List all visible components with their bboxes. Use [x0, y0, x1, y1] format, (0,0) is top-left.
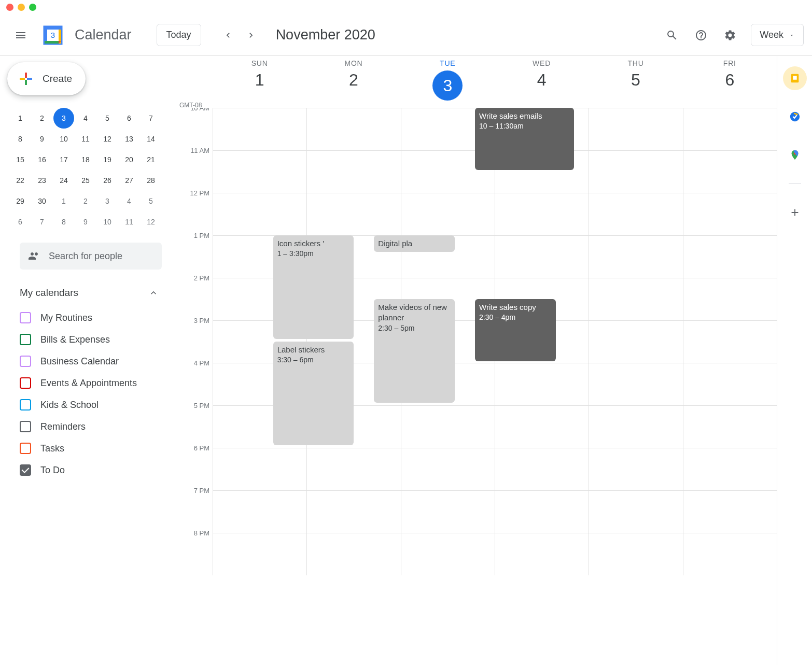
time-slot[interactable] [683, 236, 777, 278]
time-slot[interactable] [589, 321, 682, 363]
time-slot[interactable] [401, 448, 495, 490]
time-slot[interactable] [589, 491, 682, 533]
mini-calendar-day[interactable]: 17 [53, 149, 74, 170]
time-slot[interactable] [683, 321, 777, 363]
day-header[interactable]: SUN1 [213, 56, 306, 108]
day-header[interactable]: THU5 [589, 56, 682, 108]
time-slot[interactable] [589, 448, 682, 490]
mini-calendar-day[interactable]: 12 [97, 129, 118, 149]
calendar-checkbox[interactable] [20, 312, 31, 323]
time-slot[interactable] [589, 193, 682, 235]
settings-button[interactable] [718, 23, 743, 48]
mini-calendar-day[interactable]: 5 [97, 108, 118, 129]
mini-calendar-day[interactable]: 30 [32, 191, 52, 211]
calendar-event[interactable]: Make videos of new planner2:30 – 5pm [374, 299, 455, 403]
main-menu-button[interactable] [8, 23, 33, 48]
mini-calendar-day[interactable]: 10 [53, 129, 74, 149]
mini-calendar-day[interactable]: 12 [141, 211, 161, 232]
mini-calendar-day[interactable]: 28 [141, 170, 161, 191]
time-slot[interactable] [589, 108, 682, 150]
today-button[interactable]: Today [157, 24, 201, 46]
mini-calendar-day[interactable]: 8 [53, 211, 74, 232]
time-slot[interactable] [495, 193, 589, 235]
time-slot[interactable] [589, 278, 682, 320]
calendar-checkbox[interactable] [20, 356, 31, 367]
calendar-item[interactable]: Kids & School [20, 394, 159, 416]
day-header[interactable]: WED4 [495, 56, 589, 108]
mini-calendar-day[interactable]: 10 [97, 211, 118, 232]
time-slot[interactable] [683, 193, 777, 235]
next-week-button[interactable] [241, 25, 261, 46]
maximize-window-button[interactable] [29, 4, 36, 11]
mini-calendar-day[interactable]: 21 [141, 149, 161, 170]
prev-week-button[interactable] [218, 25, 239, 46]
time-slot[interactable] [401, 193, 495, 235]
mini-calendar-day[interactable]: 23 [32, 170, 52, 191]
calendar-item[interactable]: Tasks [20, 437, 159, 459]
time-slot[interactable] [589, 363, 682, 405]
time-slot[interactable] [213, 533, 306, 575]
time-slot[interactable] [306, 533, 400, 575]
mini-calendar-day[interactable]: 7 [32, 211, 52, 232]
calendar-event[interactable]: Write sales copy2:30 – 4pm [475, 299, 556, 361]
time-slot[interactable] [683, 491, 777, 533]
mini-calendar-day[interactable]: 2 [32, 108, 52, 129]
search-people-input[interactable]: Search for people [20, 243, 162, 270]
time-slot[interactable] [306, 108, 400, 150]
mini-calendar-day[interactable]: 7 [141, 108, 161, 129]
mini-calendar-day[interactable]: 19 [97, 149, 118, 170]
time-slot[interactable] [683, 533, 777, 575]
mini-calendar-day[interactable]: 13 [119, 129, 139, 149]
mini-calendar-day[interactable]: 4 [119, 191, 139, 211]
mini-calendar-day[interactable]: 24 [53, 170, 74, 191]
calendar-item[interactable]: Business Calendar [20, 350, 159, 372]
mini-calendar-day[interactable]: 1 [10, 108, 31, 129]
time-slot[interactable] [213, 193, 306, 235]
calendar-item[interactable]: Events & Appointments [20, 372, 159, 394]
time-slot[interactable] [495, 236, 589, 278]
time-slot[interactable] [306, 448, 400, 490]
calendar-checkbox[interactable] [20, 377, 31, 389]
day-header[interactable]: FRI6 [683, 56, 777, 108]
time-slot[interactable] [306, 491, 400, 533]
time-slot[interactable] [589, 533, 682, 575]
mini-calendar-day[interactable]: 8 [10, 129, 31, 149]
mini-calendar-day[interactable]: 4 [75, 108, 96, 129]
mini-calendar-day[interactable]: 18 [75, 149, 96, 170]
time-slot[interactable] [306, 151, 400, 193]
time-slot[interactable] [401, 406, 495, 448]
time-slot[interactable] [589, 406, 682, 448]
calendar-item[interactable]: To Do [20, 459, 159, 481]
mini-calendar-day[interactable]: 6 [10, 211, 31, 232]
time-slot[interactable] [213, 151, 306, 193]
calendar-checkbox[interactable] [20, 334, 31, 345]
time-slot[interactable] [683, 278, 777, 320]
calendar-checkbox[interactable] [20, 399, 31, 411]
time-slot[interactable] [213, 491, 306, 533]
time-slot[interactable] [683, 151, 777, 193]
time-slot[interactable] [495, 533, 589, 575]
time-slot[interactable] [213, 448, 306, 490]
time-slot[interactable] [683, 406, 777, 448]
mini-calendar-day[interactable]: 22 [10, 170, 31, 191]
search-button[interactable] [660, 23, 684, 48]
mini-calendar-day[interactable]: 3 [53, 108, 74, 129]
calendar-checkbox[interactable] [20, 443, 31, 454]
time-slot[interactable] [683, 108, 777, 150]
calendar-item[interactable]: Bills & Expenses [20, 329, 159, 350]
tasks-button[interactable] [783, 105, 807, 129]
calendar-checkbox[interactable] [20, 464, 31, 476]
time-slot[interactable] [683, 363, 777, 405]
calendar-event[interactable]: Write sales emails10 – 11:30am [475, 108, 574, 170]
my-calendars-toggle[interactable]: My calendars [20, 283, 159, 303]
time-slot[interactable] [495, 491, 589, 533]
time-slot[interactable] [495, 406, 589, 448]
calendar-event[interactable]: Icon stickers '1 – 3:30pm [273, 235, 354, 339]
time-slot[interactable] [213, 108, 306, 150]
mini-calendar-day[interactable]: 2 [75, 191, 96, 211]
mini-calendar-day[interactable]: 26 [97, 170, 118, 191]
create-button[interactable]: Create [7, 62, 86, 95]
add-addon-button[interactable] [783, 201, 807, 224]
time-slot[interactable] [306, 193, 400, 235]
calendar-item[interactable]: My Routines [20, 307, 159, 329]
